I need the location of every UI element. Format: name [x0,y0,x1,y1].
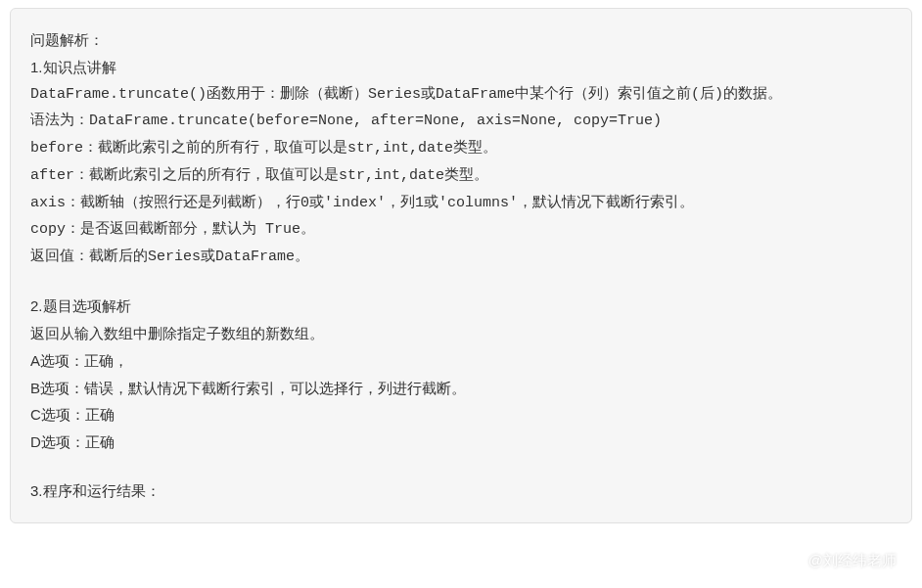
zhihu-watermark: @刘经纬老师 [785,552,897,570]
watermark-text: @刘经纬老师 [808,552,897,570]
section1-line1: DataFrame.truncate()函数用于：删除（截断）Series或Da… [30,81,892,109]
section1-line7: 返回值：截断后的Series或DataFrame。 [30,244,892,271]
section1-line3: before：截断此索引之前的所有行，取值可以是str,int,date类型。 [30,135,892,162]
option-b: B选项：错误，默认情况下截断行索引，可以选择行，列进行截断。 [30,375,892,402]
option-c: C选项：正确 [30,401,892,429]
section1-line2: 语法为：DataFrame.truncate(before=None, afte… [30,108,892,135]
zhihu-logo-icon [785,553,803,570]
section1-line6: copy：是否返回截断部分，默认为 True。 [30,216,892,244]
section3-heading: 3.程序和运行结果： [30,477,892,505]
option-a: A选项：正确， [30,347,892,375]
section2-intro: 返回从输入数组中删除指定子数组的新数组。 [30,320,892,347]
section2-heading: 2.题目选项解析 [30,293,892,320]
section1-line5: axis：截断轴（按照行还是列截断），行0或'index'，列1或'column… [30,190,892,217]
explanation-title: 问题解析： [30,26,892,54]
blank-spacer-2 [30,456,892,478]
section1-line4: after：截断此索引之后的所有行，取值可以是str,int,date类型。 [30,162,892,190]
option-d: D选项：正确 [30,429,892,456]
explanation-box: 问题解析： 1.知识点讲解 DataFrame.truncate()函数用于：删… [10,8,912,523]
section1-heading: 1.知识点讲解 [30,54,892,81]
blank-spacer-1 [30,271,892,294]
